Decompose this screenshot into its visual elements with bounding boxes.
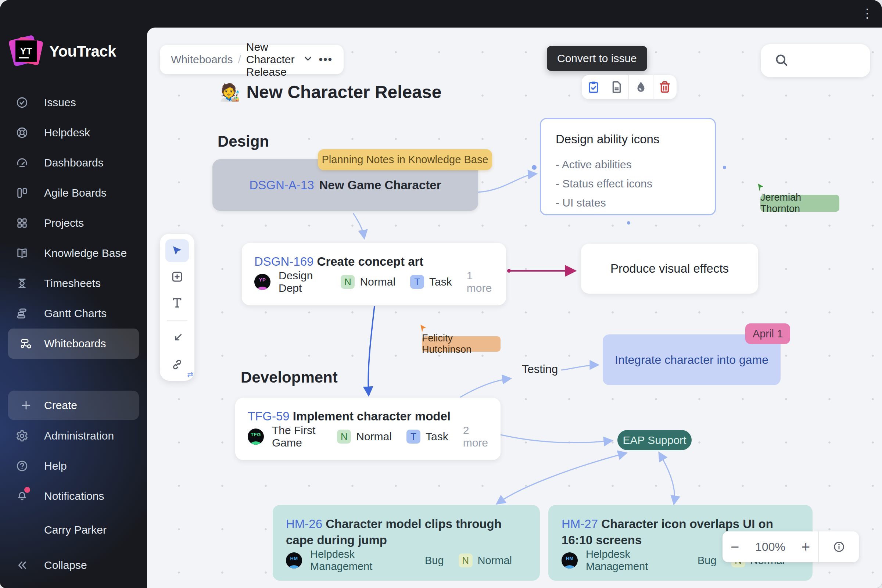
collapse-label: Collapse (44, 559, 87, 572)
connection-handle[interactable] (723, 166, 726, 169)
sidebar-item-agile-boards[interactable]: Agile Boards (0, 178, 147, 208)
select-tool-button[interactable] (165, 239, 189, 262)
project-avatar: HM (286, 552, 302, 568)
priority-label: Normal (478, 555, 512, 567)
add-shape-tool-button[interactable] (165, 266, 189, 288)
sidebar-item-label: Projects (44, 217, 84, 230)
remote-cursor-label: Felicity Hutchinson (422, 336, 501, 352)
sidebar-item-label: Knowledge Base (44, 247, 127, 260)
sticky-note[interactable]: Planning Notes in Knowledge Base (318, 149, 492, 170)
zoom-out-button[interactable]: − (730, 540, 739, 554)
issue-title: Implement character model (293, 410, 450, 423)
sidebar-item-timesheets[interactable]: Timesheets (0, 268, 147, 298)
tool-palette: ⇄ (160, 234, 194, 381)
link-tool-button[interactable]: ⇄ (165, 353, 189, 376)
card-dsgn-169[interactable]: DSGN-169 Create concept art YP Design De… (242, 243, 506, 305)
text-tool-button[interactable] (165, 291, 189, 314)
sidebar-item-label: Timesheets (44, 277, 101, 290)
card-produce-visual-effects[interactable]: Produce visual effects (581, 244, 758, 294)
connector-epic-to-ability (478, 174, 536, 192)
cursor-icon (171, 244, 184, 257)
collaborator-avatars[interactable] (804, 47, 870, 74)
type-label: Task (429, 276, 452, 288)
issue-title: Create concept art (317, 255, 424, 268)
sidebar-footer: Administration Help Notifications (0, 421, 147, 511)
more-options-icon[interactable]: ••• (319, 53, 333, 66)
droplet-icon[interactable] (628, 75, 652, 99)
breadcrumb-whiteboards[interactable]: Whiteboards (171, 53, 232, 66)
priority-badge: N (340, 275, 355, 289)
connection-handle[interactable] (532, 165, 537, 170)
remote-cursor-icon (419, 324, 429, 334)
sidebar-item-administration[interactable]: Administration (0, 421, 147, 451)
sidebar-nav: Issues Helpdesk Dashboards Agile Boards … (0, 87, 147, 358)
project-name: Helpdesk Management (586, 548, 678, 573)
breadcrumb-separator: / (238, 53, 241, 66)
notification-unread-dot (24, 487, 30, 493)
connector-hm27-to-eap (659, 453, 675, 504)
issue-id[interactable]: DSGN-A-13 (249, 178, 314, 192)
project-avatar: TFG (248, 429, 264, 445)
sidebar-item-issues[interactable]: Issues (0, 87, 147, 118)
sidebar-item-knowledge-base[interactable]: Knowledge Base (0, 238, 147, 268)
card-design-ability-icons[interactable]: Design ability icons - Active abilities … (540, 118, 716, 215)
sidebar-item-notifications[interactable]: Notifications (0, 481, 147, 511)
date-badge[interactable]: April 1 (745, 323, 790, 344)
priority-label: Normal (356, 430, 392, 443)
type-label: Bug (698, 555, 717, 567)
sidebar-item-whiteboards[interactable]: Whiteboards (8, 328, 139, 358)
chevron-down-icon[interactable] (303, 53, 314, 66)
sidebar-item-label: Gantt Charts (44, 307, 106, 320)
issue-id[interactable]: HM-26 (286, 517, 322, 531)
sidebar-user[interactable]: Carry Parker (0, 516, 147, 544)
arrow-down-left-icon (171, 332, 184, 345)
youtrack-logo[interactable]: YT YouTrack (10, 36, 116, 67)
trash-icon[interactable] (652, 75, 677, 99)
collapse-sidebar-button[interactable]: Collapse (0, 550, 147, 580)
more-fields-label[interactable]: 1 more (467, 269, 494, 294)
card-hm-26[interactable]: HM-26 Character model clips through cape… (273, 505, 540, 580)
sidebar-item-dashboards[interactable]: Dashboards (0, 148, 147, 178)
connector-layer (147, 28, 882, 588)
sidebar-item-label: Dashboards (44, 156, 104, 169)
clipboard-check-icon[interactable] (582, 75, 605, 99)
label-eap-support[interactable]: EAP Support (617, 430, 692, 450)
section-heading-design[interactable]: Design (218, 133, 269, 150)
issue-id[interactable]: TFG-59 (248, 410, 290, 423)
zoom-controls: − 100% + (723, 531, 859, 562)
breadcrumb-current[interactable]: New Character Release (246, 41, 298, 78)
artist-emoji: 🧑‍🎨 (219, 82, 240, 102)
create-button[interactable]: Create (8, 391, 139, 420)
sidebar-item-help[interactable]: Help (0, 451, 147, 481)
board-title[interactable]: 🧑‍🎨 New Character Release (219, 82, 441, 102)
card-tfg-59[interactable]: TFG-59 Implement character model TFG The… (235, 398, 501, 460)
section-heading-development[interactable]: Development (241, 369, 338, 386)
sidebar-item-helpdesk[interactable]: Helpdesk (0, 118, 147, 148)
selection-toolbar (582, 75, 676, 99)
user-name: Carry Parker (44, 524, 106, 536)
info-button[interactable] (819, 531, 859, 562)
sidebar-item-gantt-charts[interactable]: Gantt Charts (0, 298, 147, 328)
sidebar-item-projects[interactable]: Projects (0, 208, 147, 238)
insert-tool-button[interactable] (165, 327, 189, 350)
text-label-testing[interactable]: Testing (522, 363, 558, 376)
list-item: - UI states (556, 193, 700, 212)
issue-id[interactable]: DSGN-169 (254, 255, 314, 268)
project-name: Helpdesk Management (310, 548, 405, 573)
connection-handle[interactable] (627, 221, 630, 225)
project-avatar: HM (561, 552, 578, 568)
issue-id[interactable]: HM-27 (561, 517, 598, 531)
zoom-in-button[interactable]: + (801, 540, 810, 554)
search-and-users (761, 44, 870, 77)
whiteboard-canvas[interactable]: Whiteboards / New Character Release ••• … (147, 28, 882, 588)
more-fields-label[interactable]: 2 more (463, 424, 488, 449)
search-icon[interactable] (774, 52, 789, 69)
create-label: Create (44, 399, 77, 412)
info-icon (833, 541, 845, 553)
priority-label: Normal (360, 276, 395, 288)
lifebuoy-icon (0, 126, 44, 139)
browser-menu-icon[interactable]: ⋮ (859, 5, 875, 21)
hourglass-icon (0, 277, 44, 290)
document-icon[interactable] (605, 75, 629, 99)
text-icon (171, 296, 184, 309)
